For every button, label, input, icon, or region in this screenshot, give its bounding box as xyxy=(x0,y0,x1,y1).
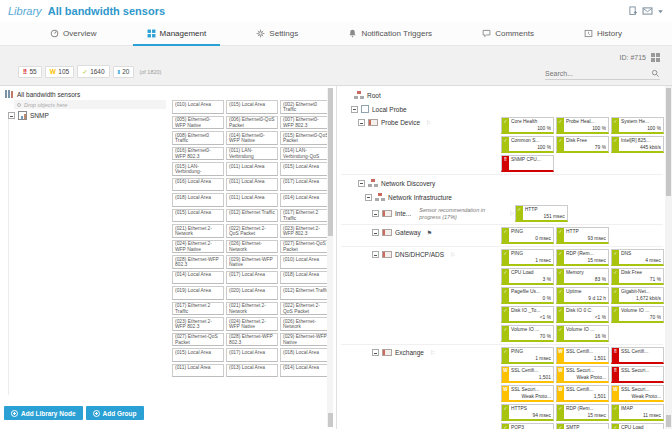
library-sensor-tile[interactable]: (012) Ethernet Traffic xyxy=(280,286,332,300)
tab-overview[interactable]: Overview xyxy=(36,22,110,45)
library-sensor-tile[interactable]: (024) Ethernet 2-WFP Native xyxy=(226,317,278,331)
device-tree-scrollbar[interactable] xyxy=(665,86,672,429)
node-label[interactable]: DNS/DHCP/ADS xyxy=(395,251,444,258)
sensor-tile[interactable]: ✓ Disk Free 79 % xyxy=(556,136,609,153)
sensor-tile[interactable]: ✓ Disk Free 71 % xyxy=(611,268,664,285)
sensor-tile[interactable]: ✓ PING 1 msec xyxy=(501,249,554,266)
library-sensor-tile[interactable]: (029) Ethernet-WFP Native xyxy=(226,255,278,269)
library-sensor-tile[interactable]: (026) Ethernet-Network xyxy=(226,240,278,254)
collapse-icon[interactable] xyxy=(365,194,372,201)
library-sensor-tile[interactable]: (027) Ethernet-QoS Packet xyxy=(172,333,224,347)
sensor-tile[interactable]: ✓ Intel[R] 825... 445 kbit/s xyxy=(611,136,664,153)
sensor-tile[interactable]: ✓ PING 1 msec xyxy=(501,347,554,364)
sensor-tile[interactable]: W SSL Certifi... 1,501 xyxy=(556,347,609,364)
sensor-tile[interactable]: W SSL Securi... Weak Proto... xyxy=(556,366,609,383)
collapse-icon[interactable] xyxy=(372,251,379,258)
library-sensor-tile[interactable]: (011) Local Area xyxy=(172,364,224,378)
library-sensor-tile[interactable]: (018) Local Area xyxy=(280,271,332,285)
scrollbar-end[interactable] xyxy=(666,415,671,427)
library-sensor-tile[interactable]: (011) LAN-Verbindung xyxy=(226,147,278,161)
library-sensor-tile[interactable]: (018) Local Area xyxy=(280,348,332,362)
library-sensor-tile[interactable]: (016) Local Area xyxy=(172,178,224,192)
library-sensor-tile[interactable]: (015) Local Area xyxy=(226,100,278,114)
collapse-icon[interactable] xyxy=(372,210,379,217)
library-sensor-tile[interactable]: (013) Local Area xyxy=(226,364,278,378)
library-sensor-tile[interactable]: (002) Ethernet0 Traffic xyxy=(280,100,332,114)
collapse-icon[interactable] xyxy=(372,349,379,356)
library-sensor-tile[interactable]: (028) Ethernet-WFP 802.3 xyxy=(226,333,278,347)
library-sensor-tile[interactable]: (011) Local Area xyxy=(226,162,278,176)
flag-icon[interactable] xyxy=(430,350,435,356)
sensor-tile[interactable]: ‼ SSL Certifi... xyxy=(611,347,664,364)
collapse-icon[interactable] xyxy=(358,180,365,187)
library-sensor-tile[interactable]: (014) Local Area xyxy=(280,364,332,378)
paused-count-chip[interactable]: II20 xyxy=(113,66,135,78)
node-label[interactable]: Root xyxy=(367,92,381,99)
sensor-tile[interactable]: W SSL Securi... Weak Proto... xyxy=(611,385,664,402)
down-count-chip[interactable]: ‼55 xyxy=(18,66,42,78)
sensor-tile[interactable]: W SSL Certifi... 1,501 xyxy=(556,385,609,402)
tab-comments[interactable]: Comments xyxy=(468,22,548,45)
library-sensor-tile[interactable]: (008) Ethernet0 Traffic xyxy=(172,131,224,145)
tab-settings[interactable]: Settings xyxy=(242,22,312,45)
sensor-tile[interactable]: ✓ Volume IO ... 16 % xyxy=(556,325,609,342)
scrollbar-thumb[interactable] xyxy=(328,88,333,236)
sensor-tile[interactable]: ✓ Probe Heal... 100 % xyxy=(556,117,609,134)
node-label[interactable]: Network Infrastructure xyxy=(388,194,452,201)
tab-management[interactable]: Management xyxy=(133,22,221,45)
library-sensor-tile[interactable]: (021) Ethernet 2-Network xyxy=(226,302,278,316)
library-sensor-tile[interactable]: (015) Local Area xyxy=(172,209,224,223)
flag-icon[interactable] xyxy=(450,252,455,258)
library-sensor-tile[interactable]: (005) Ethernet0-WFP Native xyxy=(172,116,224,130)
library-sensor-tile[interactable]: (006) Ethernet0-QoS Packet xyxy=(226,116,278,130)
sensor-tile[interactable]: W SSL Certifi... 1,501 xyxy=(501,366,554,383)
sensor-tile[interactable]: ✓ Pagefile Us... 0 % xyxy=(501,287,554,304)
library-sensor-tile[interactable]: (007) Ethernet0-WFP 802.3 xyxy=(280,116,332,130)
library-sensor-tile[interactable]: (010) Local Area xyxy=(280,255,332,269)
collapse-icon[interactable] xyxy=(351,106,358,113)
library-sensor-tile[interactable]: (022) Ethernet 2-QoS Packet xyxy=(280,302,332,316)
sensor-tile[interactable]: ✓ Uptime 9 d 12 h xyxy=(556,287,609,304)
node-label[interactable]: Gateway xyxy=(395,229,421,236)
search-input[interactable] xyxy=(545,70,651,77)
sensor-tile[interactable]: ✓ HTTP 93 msec xyxy=(556,227,609,244)
node-label[interactable]: Inte... xyxy=(395,210,411,217)
sensor-tile[interactable]: ✓ Volume IO ... 70 % xyxy=(501,325,554,342)
report-icon[interactable] xyxy=(628,5,638,17)
sensor-tile[interactable]: ✓ Core Health 100 % xyxy=(501,117,554,134)
node-label[interactable]: Probe Device xyxy=(381,119,420,126)
library-sensor-tile[interactable]: (020) Local Area xyxy=(226,286,278,300)
library-root-node[interactable]: All bandwidth sensors xyxy=(5,90,336,98)
qr-code-icon[interactable] xyxy=(651,53,660,62)
library-sensor-tile[interactable]: (014) Local Area xyxy=(280,193,332,207)
library-sensor-tile[interactable]: (017) Local Area xyxy=(226,271,278,285)
tab-notification-triggers[interactable]: Notification Triggers xyxy=(334,22,446,45)
library-sensor-tile[interactable]: (019) Local Area xyxy=(172,286,224,300)
flag-icon[interactable] xyxy=(426,120,431,126)
sensor-tile[interactable]: ‼ SNMP CPU... xyxy=(501,155,554,172)
library-sensor-tile[interactable]: (012) Ethernet Traffic xyxy=(226,209,278,223)
sensor-tile[interactable]: ✓ System He... 100 % xyxy=(611,117,664,134)
library-sensor-tile[interactable]: (014) Ethernet0-WFP Native xyxy=(226,131,278,145)
up-count-chip[interactable]: ✓1640 xyxy=(77,65,109,78)
sensor-tile[interactable]: ✓ Common S... 100 % xyxy=(501,136,554,153)
collapse-icon[interactable] xyxy=(372,229,379,236)
sensor-tile[interactable]: ✓ HTTPS 94 msec xyxy=(501,404,554,421)
library-sensor-tile[interactable]: (027) Ethernet-QoS Packet xyxy=(280,240,332,254)
library-sensor-tile[interactable]: (015) Ethernet0-QoS Packet xyxy=(280,131,332,145)
library-sensor-tile[interactable]: (011) Local Area xyxy=(226,178,278,192)
library-sensor-tile[interactable]: (015) LAN-Verbindung- xyxy=(172,162,224,176)
library-sensor-tile[interactable]: (023) Ethernet 2-WFP 802.3 xyxy=(280,224,332,238)
library-sensor-tile[interactable]: (018) Local Area xyxy=(172,193,224,207)
sensor-tile[interactable]: ✓ POP3 xyxy=(501,423,554,429)
node-label[interactable]: Network Discovery xyxy=(381,180,435,187)
library-sensor-tile[interactable]: (024) Ethernet 2-WFP Native xyxy=(172,240,224,254)
warning-count-chip[interactable]: W105 xyxy=(45,66,75,78)
sensor-tile[interactable]: ✓ Gigabit-Net... 1,672 kbit/s xyxy=(611,287,664,304)
library-sensor-tile[interactable]: (014) Local Area xyxy=(172,271,224,285)
library-sensor-tile[interactable]: (022) Ethernet 2-QoS Packet xyxy=(226,224,278,238)
flag-icon[interactable] xyxy=(427,230,432,236)
library-sensor-tile[interactable]: (016) Ethernet0-WFP 802.3 xyxy=(172,147,224,161)
collapse-icon[interactable] xyxy=(358,119,365,126)
library-sensor-tile[interactable]: (017) Ethernet 2 Traffic xyxy=(172,302,224,316)
